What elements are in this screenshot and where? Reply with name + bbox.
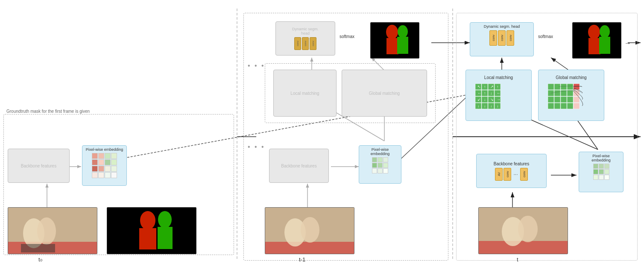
- svg-text:↗: ↗: [490, 85, 494, 89]
- embed-grid-t: [593, 164, 609, 180]
- svg-text:←: ←: [497, 91, 501, 95]
- backbone-conv-1: AV: [495, 168, 503, 181]
- local-matching-grid: ↖ ↑ ↗ ↑ ← ↑ ↓ ← ↙ ↓ ↘ → ↓ ↓ ↓ ↓: [473, 82, 524, 116]
- dyn-seg-head-t1: Dynamic segm.head conv conv conv: [275, 21, 335, 56]
- backbone-features-t1: Backbone features: [269, 149, 329, 183]
- time-label-t: t: [517, 256, 518, 263]
- svg-rect-47: [588, 38, 600, 54]
- svg-rect-85: [567, 84, 573, 90]
- svg-rect-99: [574, 90, 580, 96]
- svg-point-39: [398, 25, 408, 38]
- result-image-t: [572, 22, 621, 59]
- backbone-conv-2: conv: [503, 168, 511, 181]
- dots-left-bottom: • • •: [248, 143, 265, 151]
- svg-rect-42: [265, 242, 354, 254]
- backbone-conv-3: conv: [520, 168, 528, 181]
- softmax-t1: softmax: [340, 34, 354, 39]
- dots-left: • • •: [248, 62, 265, 70]
- conv-block-2: conv: [498, 30, 506, 46]
- global-matching-t1: Global matching: [342, 70, 427, 117]
- time-label-t1: t-1: [299, 256, 305, 263]
- svg-text:→: →: [497, 97, 501, 102]
- svg-text:↓: ↓: [484, 97, 486, 102]
- global-matching-t: Global matching: [538, 70, 604, 121]
- local-matching-t: Local matching ↖ ↑ ↗ ↑ ← ↑: [465, 70, 532, 121]
- svg-point-48: [600, 25, 610, 38]
- svg-point-29: [37, 217, 56, 245]
- svg-text:↓: ↓: [490, 104, 492, 108]
- svg-text:↓: ↓: [484, 104, 486, 108]
- result-image-t1: [370, 22, 419, 59]
- svg-rect-90: [548, 97, 554, 103]
- svg-text:↖: ↖: [477, 85, 481, 89]
- svg-text:←: ←: [477, 91, 481, 95]
- judo-image-t0: [8, 207, 97, 254]
- svg-rect-49: [599, 37, 610, 54]
- conv-block-1: conv: [489, 30, 497, 46]
- mask-image-t0: [107, 207, 196, 254]
- svg-rect-84: [561, 84, 567, 90]
- svg-rect-95: [554, 103, 560, 109]
- time-label-t0: t₀: [38, 256, 42, 263]
- dyn-seg-head-t: Dynamic segm. head conv conv conv: [470, 22, 534, 56]
- svg-text:↓: ↓: [477, 104, 480, 108]
- judo-image-t: [478, 207, 568, 254]
- svg-text:↓: ↓: [497, 104, 499, 108]
- pixel-embed-t0: Pixel-wise embedding: [82, 145, 127, 186]
- backbone-features-t: Backbone features AV conv ··· conv: [476, 154, 547, 188]
- global-matching-grid: [546, 82, 597, 116]
- svg-text:↘: ↘: [490, 97, 494, 102]
- svg-rect-94: [548, 103, 554, 109]
- softmax-t: softmax: [538, 34, 553, 39]
- svg-rect-87: [554, 90, 560, 96]
- svg-point-46: [588, 25, 600, 39]
- pixel-embed-t: Pixel-wiseembedding: [579, 152, 624, 192]
- svg-point-105: [518, 216, 538, 242]
- diagram: Groundtruth mask for the first frame is …: [0, 0, 644, 267]
- svg-rect-92: [561, 97, 567, 103]
- svg-rect-33: [139, 228, 156, 249]
- svg-rect-30: [21, 244, 55, 252]
- svg-text:↑: ↑: [497, 85, 499, 89]
- arrow-right: →: [624, 39, 631, 47]
- embed-grid-t0: [92, 153, 117, 178]
- svg-rect-96: [561, 103, 567, 109]
- svg-point-44: [301, 217, 319, 243]
- svg-rect-82: [548, 84, 554, 90]
- svg-rect-89: [567, 90, 573, 96]
- svg-text:↙: ↙: [477, 97, 481, 102]
- svg-text:↓: ↓: [490, 91, 492, 95]
- svg-rect-91: [554, 97, 560, 103]
- svg-rect-101: [574, 103, 580, 109]
- svg-text:↑: ↑: [484, 85, 486, 89]
- svg-rect-103: [479, 241, 568, 254]
- svg-point-37: [386, 25, 398, 39]
- svg-rect-35: [158, 227, 173, 249]
- svg-rect-40: [397, 37, 408, 54]
- svg-rect-93: [567, 97, 573, 103]
- embed-grid-t1: [372, 157, 388, 173]
- svg-point-34: [158, 211, 172, 228]
- conv-block-3: conv: [506, 30, 514, 46]
- svg-text:↑: ↑: [484, 91, 486, 95]
- judo-image-t1: [265, 207, 354, 254]
- backbone-features-t0: Backbone features: [8, 149, 70, 183]
- groundtruth-label: Groundtruth mask for the first frame is …: [6, 109, 90, 114]
- svg-rect-100: [574, 97, 580, 103]
- pixel-embed-t1: Pixel-wiseembedding: [359, 145, 401, 184]
- svg-rect-97: [567, 103, 573, 109]
- svg-point-32: [140, 211, 155, 230]
- local-matching-t1: Local matching: [273, 70, 337, 117]
- svg-rect-38: [386, 38, 398, 54]
